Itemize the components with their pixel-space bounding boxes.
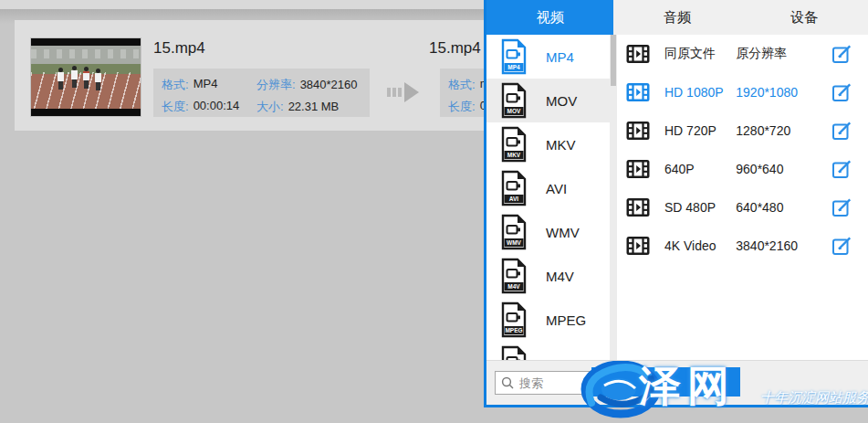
thumbnail-building xyxy=(31,49,141,58)
preset-resolution: 1920*1080 xyxy=(736,85,831,100)
resolution-value: 3840*2160 xyxy=(300,78,358,91)
svg-text:MKV: MKV xyxy=(507,152,521,158)
preset-option[interactable]: HD 1080P 1920*1080 xyxy=(617,73,868,111)
panel-footer: 确定 xyxy=(486,360,868,405)
edit-icon[interactable] xyxy=(831,197,852,217)
category-tab-label: 设备 xyxy=(790,9,818,26)
app-window: 15.mp4 格式:MP4 分辨率:3840*2160 长度:00:00:14 … xyxy=(0,0,868,423)
panel-body: MP4 MP4 xyxy=(486,35,868,361)
preset-option[interactable]: 640P 960*640 xyxy=(617,150,868,188)
preset-option[interactable]: SD 480P 640*480 xyxy=(617,188,868,227)
file-format-icon: MP4 xyxy=(500,38,528,75)
preset-option[interactable]: 同原文件 原分辨率 xyxy=(617,35,868,73)
format-label: 格式: xyxy=(162,77,189,93)
edit-icon[interactable] xyxy=(831,82,852,102)
target-file-title: 15.mp4 xyxy=(429,39,481,58)
confirm-button[interactable]: 确定 xyxy=(654,376,692,397)
format-list-scrollbar[interactable] xyxy=(610,35,617,361)
format-option-label: M4V xyxy=(546,269,574,284)
preset-name: 640P xyxy=(664,162,736,176)
edit-icon[interactable] xyxy=(831,121,852,141)
format-option[interactable]: MOV MOV xyxy=(486,79,610,122)
duration-value: 00:00:14 xyxy=(193,99,240,115)
format-option[interactable]: MP4 MP4 xyxy=(486,35,610,79)
source-file-info: 格式:MP4 分辨率:3840*2160 长度:00:00:14 大小:22.3… xyxy=(153,69,370,117)
container-preset-list: 同原文件 原分辨率 xyxy=(617,35,868,361)
format-option-label: MOV xyxy=(546,93,577,109)
category-tab-label: 视频 xyxy=(537,9,564,26)
svg-text:MPEG: MPEG xyxy=(505,327,522,333)
thumbnail-person xyxy=(94,69,101,90)
film-play-icon xyxy=(626,121,650,141)
file-format-icon: M4V xyxy=(500,258,528,294)
format-picker-panel: 视频 音频 设备 xyxy=(484,0,868,407)
format-option[interactable]: MKV MKV xyxy=(486,122,610,166)
thumbnail-person xyxy=(57,68,64,90)
source-file-title: 15.mp4 xyxy=(153,39,205,58)
thumbnail-person xyxy=(82,67,89,89)
search-icon xyxy=(501,376,514,389)
category-tab[interactable]: 音频 xyxy=(613,0,740,35)
file-format-icon: MPEG xyxy=(500,301,528,338)
preset-resolution: 640*480 xyxy=(736,200,831,215)
file-format-icon: WMV xyxy=(500,214,528,250)
convert-arrow-icon xyxy=(387,82,424,102)
format-option-label: MKV xyxy=(546,137,576,153)
format-label: 格式: xyxy=(448,77,476,93)
svg-text:AVI: AVI xyxy=(509,196,519,202)
scrollbar-thumb[interactable] xyxy=(611,35,616,86)
preset-resolution: 960*640 xyxy=(736,162,831,176)
film-play-icon xyxy=(626,82,650,102)
format-option[interactable]: M4V M4V xyxy=(486,254,610,298)
video-thumbnail xyxy=(30,37,141,117)
format-value: MP4 xyxy=(193,77,218,93)
thumbnail-photo xyxy=(31,46,141,109)
svg-text:MOV: MOV xyxy=(507,108,521,114)
file-format-icon: MKV xyxy=(500,126,528,163)
category-tab[interactable]: 视频 xyxy=(486,0,613,35)
edit-icon[interactable] xyxy=(831,44,852,64)
resolution-label: 分辨率: xyxy=(256,78,296,91)
svg-text:WMV: WMV xyxy=(507,239,522,246)
edit-icon[interactable] xyxy=(831,159,852,179)
preset-resolution: 3840*2160 xyxy=(736,238,831,253)
preset-option[interactable]: 4K Video 3840*2160 xyxy=(617,227,868,265)
preset-resolution: 原分辨率 xyxy=(736,46,831,62)
format-option[interactable]: WMV WMV xyxy=(486,210,610,254)
thumbnail-person xyxy=(70,66,78,88)
format-option-label: AVI xyxy=(546,181,567,196)
size-value: 22.31 MB xyxy=(288,100,340,113)
duration-label: 长度: xyxy=(448,99,476,115)
film-play-icon xyxy=(626,44,650,64)
file-format-icon xyxy=(500,345,528,361)
preset-name: HD 1080P xyxy=(664,85,736,100)
category-tab[interactable]: 设备 xyxy=(741,0,868,35)
search-input[interactable] xyxy=(518,375,675,391)
duration-label: 长度: xyxy=(162,99,189,115)
size-label: 大小: xyxy=(256,100,284,113)
format-option[interactable]: AVI AVI xyxy=(486,166,610,210)
edit-icon[interactable] xyxy=(831,236,852,256)
svg-text:MP4: MP4 xyxy=(507,64,520,70)
preset-resolution: 1280*720 xyxy=(736,123,831,138)
file-format-icon: MOV xyxy=(500,82,528,119)
file-format-icon: AVI xyxy=(500,170,528,206)
container-format-list: MP4 MP4 xyxy=(486,35,610,361)
preset-option[interactable]: HD 720P 1280*720 xyxy=(617,111,868,150)
category-tab-label: 音频 xyxy=(664,9,691,26)
format-option[interactable] xyxy=(486,342,610,361)
film-play-icon xyxy=(626,236,650,256)
preset-name: 同原文件 xyxy=(664,46,736,62)
film-play-icon xyxy=(626,159,650,179)
preset-name: HD 720P xyxy=(664,123,736,138)
preset-name: 4K Video xyxy=(664,238,736,253)
preset-name: SD 480P xyxy=(664,200,736,215)
format-category-tabs: 视频 音频 设备 xyxy=(486,0,868,35)
format-option-label: MP4 xyxy=(546,49,574,65)
film-play-icon xyxy=(626,197,650,217)
format-option[interactable]: MPEG MPEG xyxy=(486,298,610,342)
format-option-label: MPEG xyxy=(546,312,586,328)
format-option-label: WMV xyxy=(546,225,580,240)
svg-text:M4V: M4V xyxy=(507,283,520,290)
format-search-box[interactable] xyxy=(495,371,675,395)
